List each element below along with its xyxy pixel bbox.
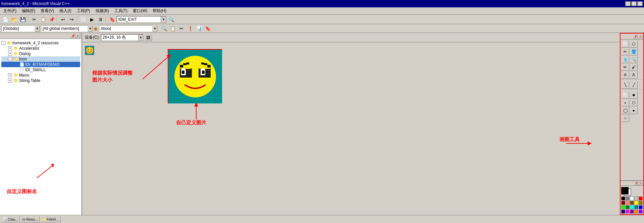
color-brown[interactable]	[630, 201, 634, 205]
members-arrow[interactable]: ▼	[88, 25, 93, 32]
device-arrow[interactable]: ▼	[138, 35, 143, 41]
color-panel-close[interactable]: ×	[639, 182, 643, 185]
color-darkred[interactable]	[621, 201, 625, 205]
color-lightred[interactable]	[626, 201, 630, 205]
globals-input[interactable]: [Globals]	[1, 25, 35, 32]
new-button[interactable]: 📄	[1, 16, 9, 23]
tool-select-rect[interactable]: ⬜	[621, 40, 629, 48]
tool-eyedropper[interactable]: 💧	[621, 56, 629, 63]
menu-toggle[interactable]: +	[8, 73, 12, 77]
tool-ellipse2[interactable]: ○	[621, 115, 629, 122]
tab-fileview[interactable]: 📁 FileVi...	[40, 216, 60, 222]
minimize-button[interactable]: _	[625, 1, 631, 6]
color-olive[interactable]	[639, 201, 643, 205]
color-gray[interactable]	[626, 196, 630, 200]
copy-button[interactable]: 📋	[39, 16, 47, 23]
icon-toggle[interactable]: −	[8, 57, 12, 61]
tree-root[interactable]: − 📁 homework_4_2 resources	[1, 40, 80, 46]
extra-btn5[interactable]: 📊	[195, 25, 203, 32]
extra-btn4[interactable]: ❗	[186, 25, 194, 32]
color-darkgreen[interactable]	[626, 205, 630, 209]
tool-text[interactable]: A	[630, 71, 638, 79]
tool-curve[interactable]: ╱	[630, 81, 638, 89]
tab-class[interactable]: 📊 Clas...	[1, 216, 20, 222]
panel-close[interactable]: ×	[75, 34, 80, 38]
right-panel-close[interactable]: ×	[638, 35, 643, 39]
undo-button[interactable]: ↩	[59, 16, 67, 23]
color-teal[interactable]	[634, 205, 638, 209]
tool-ellipse[interactable]: ◯	[621, 107, 629, 114]
tool-line[interactable]: ╲	[621, 81, 629, 89]
id-dropdown-arrow[interactable]: ▼	[161, 16, 166, 23]
menu-edit[interactable]: 编辑(E)	[19, 7, 38, 14]
tree-string-table[interactable]: + 📁 String Table	[1, 78, 80, 83]
tool-pencil[interactable]: ✏	[621, 63, 629, 71]
members-input[interactable]: [All global members]	[41, 25, 88, 32]
color-cyan[interactable]	[630, 205, 634, 209]
color-violet[interactable]	[639, 210, 643, 214]
tree-idi-bitmapdemo[interactable]: 📄 IDI_BITMAPDEMO	[1, 62, 80, 67]
cut-button[interactable]: ✂	[30, 16, 38, 23]
tree-icon-folder[interactable]: − 📁 Icon	[1, 56, 80, 62]
menu-view[interactable]: 查看(V)	[38, 7, 57, 14]
tab-resource[interactable]: 🗂 Reso...	[20, 216, 40, 222]
color-red[interactable]	[639, 196, 643, 200]
close-button[interactable]: ×	[637, 1, 643, 6]
tool-rect2[interactable]: ▪	[621, 99, 629, 106]
tb-btn5[interactable]: ⬜	[79, 16, 87, 23]
accelerator-toggle[interactable]: +	[8, 46, 12, 50]
extra-btn6[interactable]: 🔖	[204, 25, 212, 32]
extra-btn3[interactable]: ✂	[177, 25, 185, 32]
resource-symbol-btn[interactable]: 🔖	[108, 16, 116, 23]
color-magenta[interactable]	[626, 210, 630, 214]
string-table-toggle[interactable]: +	[8, 79, 12, 83]
about-arrow[interactable]: ▼	[153, 25, 157, 32]
tool-brush[interactable]: 🖌	[630, 63, 638, 71]
color-panel-pin[interactable]: 📌	[634, 182, 638, 185]
new-image-btn[interactable]: 🖼	[145, 34, 152, 41]
tool-eraser[interactable]: ✏	[621, 48, 629, 55]
tree-menu[interactable]: + 📁 Menu	[1, 73, 80, 78]
tool-rect[interactable]: ⬜	[621, 91, 629, 99]
panel-pin[interactable]: 📌	[70, 34, 75, 38]
globals-arrow[interactable]: ▼	[35, 25, 40, 32]
fg-color-box[interactable]	[621, 187, 629, 194]
goto-btn[interactable]: 🔍	[160, 25, 168, 32]
menu-help[interactable]: 帮助(H)	[150, 7, 169, 14]
color-white[interactable]	[630, 196, 634, 200]
color-orange[interactable]	[634, 210, 638, 214]
tool-fill[interactable]: 🪣	[630, 48, 638, 55]
tool-zoom[interactable]: 🔍	[630, 56, 638, 63]
tool-select-freeform[interactable]: ⬡	[630, 40, 638, 48]
menu-build[interactable]: 组建(B)	[93, 7, 112, 14]
save-button[interactable]: 💾	[19, 16, 27, 23]
menu-project[interactable]: 工程(P)	[74, 7, 93, 14]
maximize-button[interactable]: □	[631, 1, 637, 6]
tree-dialog[interactable]: + 📁 Dialog	[1, 51, 80, 56]
tool-rect-filled[interactable]: ■	[630, 91, 638, 99]
id-dropdown-value[interactable]: IDM_EXIT	[117, 16, 161, 23]
menu-insert[interactable]: 插入(I)	[57, 7, 74, 14]
tool-polygon[interactable]: ⬡	[630, 99, 638, 106]
find-button[interactable]: 🔍	[167, 16, 175, 23]
color-darkblue[interactable]	[621, 210, 625, 214]
tree-idi-small[interactable]: 📄 IDI_SMALL	[1, 67, 80, 73]
dialog-toggle[interactable]: +	[8, 52, 12, 56]
menu-window[interactable]: 窗口(W)	[130, 7, 150, 14]
color-silver[interactable]	[634, 196, 638, 200]
menu-file[interactable]: 文件(F)	[1, 7, 19, 14]
color-yellow[interactable]	[634, 201, 638, 205]
tree-accelerator[interactable]: + 📁 Accelerator	[1, 46, 80, 51]
tool-ellipse-filled[interactable]: ●	[630, 107, 638, 114]
color-black[interactable]	[621, 196, 625, 200]
tb-btn7[interactable]: ⏸	[97, 16, 105, 23]
extra-btn2[interactable]: 📋	[169, 25, 177, 32]
open-button[interactable]: 📂	[10, 16, 18, 23]
tb-btn6[interactable]: ▶	[88, 16, 96, 23]
color-purple[interactable]	[630, 210, 634, 214]
right-panel-pin[interactable]: 📌	[633, 35, 638, 39]
paste-button[interactable]: 📌	[48, 16, 56, 23]
redo-button[interactable]: ↪	[68, 16, 76, 23]
about-input[interactable]: About	[99, 25, 153, 32]
color-green[interactable]	[621, 205, 625, 209]
